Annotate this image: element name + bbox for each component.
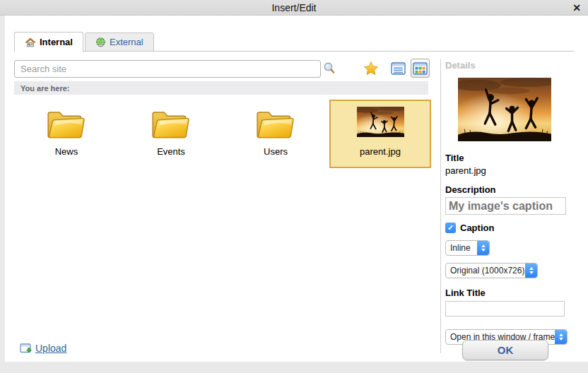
tab-internal-label: Internal (40, 37, 73, 47)
breadcrumb: You are here: (14, 81, 428, 95)
list-view-icon[interactable] (389, 59, 407, 78)
item-label: News (55, 146, 78, 157)
alignment-select[interactable]: Inline (445, 240, 490, 256)
select-arrows-icon (555, 330, 567, 344)
select-arrows-icon (525, 264, 537, 278)
details-panel: Details Title parent.jpg Description ✓ C… (440, 60, 586, 362)
tab-external-label: External (110, 37, 143, 47)
tab-internal[interactable]: Internal (14, 32, 83, 52)
folder-icon (255, 106, 296, 141)
details-heading: Details (445, 60, 476, 71)
title-label: Title (445, 153, 464, 163)
search-icon[interactable] (321, 60, 338, 77)
search-input[interactable] (14, 60, 321, 78)
caption-label: Caption (460, 223, 494, 233)
item-label: parent.jpg (360, 146, 401, 157)
size-select[interactable]: Original (1000x726) (445, 263, 538, 278)
caption-checkbox-row[interactable]: ✓ Caption (445, 223, 494, 233)
ok-button-label: OK (498, 344, 514, 356)
size-value: Original (1000x726) (446, 266, 525, 276)
thumbnail-view-icon[interactable] (411, 59, 430, 78)
upload-label: Upload (35, 343, 66, 354)
grid-item-news[interactable]: News (14, 100, 119, 168)
favorites-star-icon[interactable] (363, 59, 380, 76)
item-label: Users (264, 146, 288, 157)
upload-link[interactable]: Upload (20, 343, 66, 354)
breadcrumb-label: You are here: (20, 84, 70, 93)
content-grid: News Events Users parent.jpg (14, 100, 434, 168)
select-arrows-icon (477, 241, 489, 255)
item-label: Events (157, 146, 185, 157)
globe-link-icon (95, 37, 106, 47)
dialog-title: Insert/Edit (271, 2, 316, 13)
image-thumbnail (357, 107, 404, 137)
close-icon[interactable]: ✕ (572, 1, 581, 14)
ok-button[interactable]: OK (462, 340, 548, 360)
folder-icon (151, 106, 192, 141)
upload-icon (20, 343, 32, 354)
link-title-label: Link Title (445, 288, 486, 298)
caption-checkbox[interactable]: ✓ (445, 223, 456, 233)
insert-edit-dialog: Internal External (5, 16, 588, 362)
check-icon: ✓ (447, 224, 454, 232)
tab-external[interactable]: External (85, 32, 154, 52)
description-input[interactable] (445, 197, 566, 215)
grid-item-events[interactable]: Events (119, 100, 223, 168)
link-title-input[interactable] (445, 301, 565, 316)
grid-item-users[interactable]: Users (223, 100, 328, 168)
home-link-icon (25, 37, 36, 47)
dialog-titlebar: Insert/Edit ✕ (0, 0, 588, 16)
description-label: Description (445, 184, 496, 195)
image-preview (458, 78, 551, 141)
alignment-value: Inline (446, 243, 477, 253)
title-value: parent.jpg (445, 165, 486, 176)
folder-icon (46, 106, 87, 141)
grid-item-parent-jpg[interactable]: parent.jpg (329, 100, 431, 168)
tabstrip: Internal External (14, 31, 154, 52)
